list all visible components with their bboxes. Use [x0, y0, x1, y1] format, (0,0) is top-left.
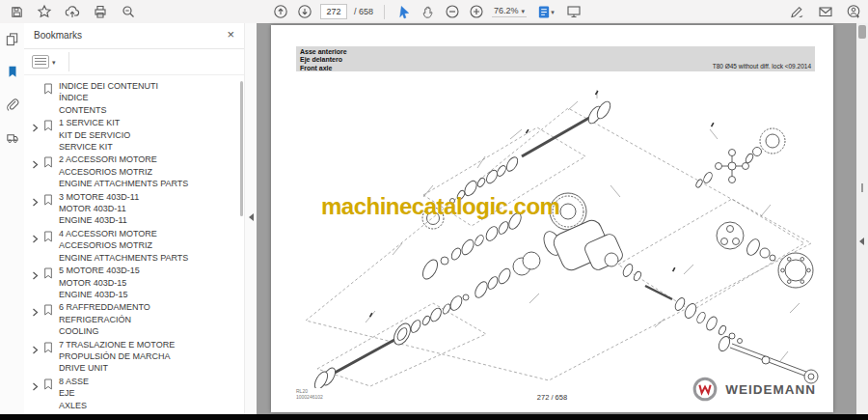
chevron-down-icon: ▾: [522, 8, 526, 14]
select-tool-button[interactable]: [395, 2, 413, 21]
favorites-button[interactable]: [36, 2, 53, 21]
bookmark-icon: [6, 65, 19, 79]
chevron-down-icon: ▾: [52, 59, 56, 66]
chevron-right-icon[interactable]: [32, 154, 43, 189]
next-page-button[interactable]: [296, 2, 313, 21]
search-icon: [121, 4, 136, 19]
save-icon: [10, 5, 24, 19]
page-number-input[interactable]: [320, 4, 347, 19]
fill-sign-button[interactable]: [789, 2, 806, 21]
pages-icon: [5, 32, 19, 46]
top-toolbar: / 658 76.2% ▾ ▾: [0, 0, 868, 24]
share-button[interactable]: [64, 2, 81, 21]
chevron-right-icon[interactable]: [32, 228, 43, 264]
bookmark-label: 3 MOTORE 403D-11: [59, 191, 244, 203]
close-panel-button[interactable]: ×: [227, 27, 234, 42]
bookmark-icon: [43, 154, 59, 189]
chevron-right-icon[interactable]: [32, 117, 43, 153]
page-thumbnails-button[interactable]: [4, 31, 20, 47]
bookmark-label: KIT DE SERVICIO: [59, 129, 244, 141]
no-chevron: [32, 80, 43, 116]
bookmark-icon: [43, 117, 59, 153]
zoom-out-button[interactable]: [444, 2, 461, 21]
bookmark-label: DRIVE UNIT: [59, 362, 244, 374]
bookmark-label: ACCESORIOS MOTRIZ: [59, 239, 244, 251]
chevron-right-icon[interactable]: [32, 265, 43, 300]
exploded-axle-diagram: [279, 81, 824, 388]
chevron-right-icon[interactable]: [32, 191, 43, 227]
bookmarks-list: INDICE DEI CONTENUTI ÍNDICE CONTENTS 1 S…: [24, 74, 244, 414]
hand-tool-button[interactable]: [420, 2, 437, 21]
sign-in-button[interactable]: [845, 2, 862, 21]
presentation-mode-button[interactable]: [565, 2, 583, 21]
bookmarks-panel-button[interactable]: [4, 64, 20, 80]
chevron-right-icon[interactable]: [32, 376, 43, 411]
options-divider: [68, 52, 69, 71]
model-tree-panel-button[interactable]: [4, 129, 20, 146]
arrow-down-circle-icon: [297, 4, 312, 19]
chevron-right-icon[interactable]: [32, 339, 43, 375]
brand-logo: WEIDEMANN: [692, 377, 816, 402]
pen-icon: [790, 4, 805, 19]
tools-panel-collapse-icon[interactable]: [859, 238, 864, 245]
bookmark-icon: [43, 301, 59, 337]
bookmark-icon: [43, 80, 59, 116]
chevron-down-icon: ▾: [551, 9, 555, 15]
bookmark-label: 1 SERVICE KIT: [59, 117, 244, 128]
bottom-edge-bar: [0, 414, 868, 420]
bookmarks-scrollbar[interactable]: [240, 81, 243, 216]
bookmark-label: PROPULSIÓN DE MARCHA: [59, 350, 244, 362]
left-panel-rail: [0, 23, 25, 414]
bookmark-label: MOTOR 403D-11: [59, 203, 244, 214]
bookmark-item-engine-attachments-2[interactable]: 2 ACCESSORI MOTORE ACCESORIOS MOTRIZ ENG…: [32, 154, 244, 189]
save-button[interactable]: [8, 2, 25, 21]
zoom-level-value: 76.2%: [494, 6, 519, 15]
bookmarks-header: Bookmarks ×: [24, 23, 244, 49]
chevron-right-icon[interactable]: [32, 301, 43, 337]
bookmark-item-contents[interactable]: INDICE DEI CONTENUTI ÍNDICE CONTENTS: [32, 80, 244, 116]
previous-page-button[interactable]: [272, 2, 289, 21]
email-button[interactable]: [817, 2, 834, 21]
page-title-band: Asse anteriore Eje delantero Front axle …: [296, 46, 815, 71]
arrow-up-circle-icon: [273, 4, 288, 19]
bookmark-label: 2 ACCESSORI MOTORE: [59, 154, 244, 165]
brand-name: WEIDEMANN: [725, 382, 816, 397]
bookmark-label: EJE: [59, 387, 244, 399]
print-button[interactable]: [92, 2, 109, 21]
bookmark-item-axles[interactable]: 8 ASSE EJE AXLES: [32, 376, 244, 411]
bookmark-label: MOTOR 403D-15: [59, 277, 244, 289]
bookmark-item-drive-unit[interactable]: 7 TRASLAZIONE E MOTORE PROPULSIÓN DE MAR…: [32, 339, 244, 375]
bookmark-label: ENGINE 403D-15: [59, 289, 244, 300]
bookmark-label: 7 TRASLAZIONE E MOTORE: [59, 339, 244, 350]
pdf-page: Asse anteriore Eje delantero Front axle …: [271, 25, 833, 412]
bookmark-item-engine-attachments-4[interactable]: 4 ACCESSORI MOTORE ACCESORIOS MOTRIZ ENG…: [32, 228, 244, 264]
zoom-in-button[interactable]: [468, 2, 485, 21]
document-viewport[interactable]: Asse anteriore Eje delantero Front axle …: [257, 23, 856, 414]
zoom-level-dropdown[interactable]: 76.2% ▾: [492, 6, 527, 17]
page-total-label: / 658: [354, 7, 373, 16]
paperclip-icon: [5, 98, 19, 112]
bookmark-label: INDICE DEI CONTENUTI: [59, 80, 244, 92]
watermark-text: machinecatalogic.com: [321, 193, 559, 220]
model-variant-label: T80 Ø45 without diff. lock <09.2014: [713, 63, 811, 70]
bookmarks-options-button[interactable]: ▾: [32, 55, 56, 69]
toolbar-nav-group: / 658 76.2% ▾ ▾: [272, 0, 583, 23]
bookmark-item-engine-403d-11[interactable]: 3 MOTORE 403D-11 MOTOR 403D-11 ENGINE 40…: [32, 191, 244, 227]
fit-page-icon: [537, 5, 551, 19]
panel-collapse-handle[interactable]: [244, 23, 258, 414]
bookmark-item-engine-403d-15[interactable]: 5 MOTORE 403D-15 MOTOR 403D-15 ENGINE 40…: [32, 265, 244, 300]
axle-title-it: Asse anteriore: [296, 46, 815, 56]
bookmark-item-cooling[interactable]: 6 RAFFREDDAMENTO REFRIGERACIÓN COOLING: [32, 301, 244, 337]
search-button[interactable]: [120, 2, 137, 21]
bookmark-icon: [43, 376, 59, 411]
bookmark-label: SERVICE KIT: [59, 141, 244, 153]
document-scrollbar[interactable]: [856, 23, 868, 420]
bookmark-icon: [43, 191, 59, 227]
fit-page-dropdown[interactable]: ▾: [533, 2, 558, 21]
screen-icon: [566, 4, 582, 19]
attachments-panel-button[interactable]: [4, 97, 20, 113]
scrollbar-thumb[interactable]: [858, 25, 866, 39]
bookmark-label: ÍNDICE: [59, 92, 244, 103]
bookmark-item-service-kit[interactable]: 1 SERVICE KIT KIT DE SERVICIO SERVICE KI…: [32, 117, 244, 153]
user-icon: [846, 4, 861, 19]
